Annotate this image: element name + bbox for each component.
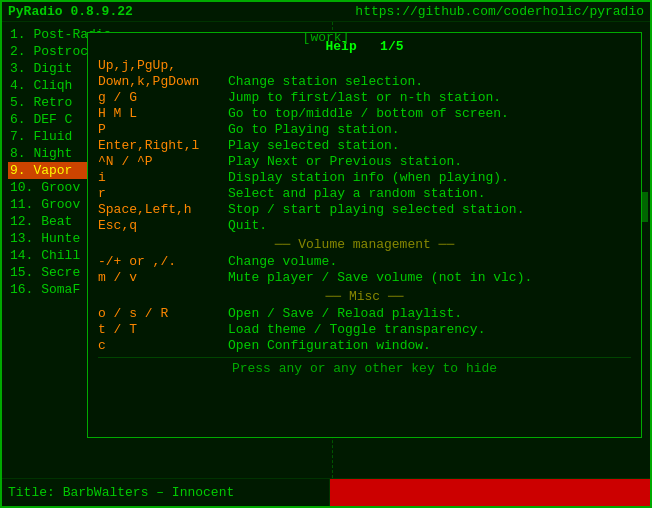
status-label: Title:	[8, 485, 55, 500]
misc-rows: o / s / ROpen / Save / Reload playlist.t…	[98, 306, 631, 353]
app-window: PyRadio 0.8.9.22 https://github.com/code…	[0, 0, 652, 508]
help-rows: Up,j,PgUp,Down,k,PgDownChange station se…	[98, 58, 631, 233]
help-key: t / T	[98, 322, 228, 337]
help-row: Down,k,PgDownChange station selection.	[98, 74, 631, 89]
help-desc: Play selected station.	[228, 138, 631, 153]
help-desc: Go to top/middle / bottom of screen.	[228, 106, 631, 121]
help-row: rSelect and play a random station.	[98, 186, 631, 201]
help-key: -/+ or ,/.	[98, 254, 228, 269]
help-row: iDisplay station info (when playing).	[98, 170, 631, 185]
help-desc: Stop / start playing selected station.	[228, 202, 631, 217]
help-title: Help 1/5	[98, 39, 631, 54]
help-key: H M L	[98, 106, 228, 121]
help-key: Down,k,PgDown	[98, 74, 228, 89]
misc-row: cOpen Configuration window.	[98, 338, 631, 353]
help-key: m / v	[98, 270, 228, 285]
help-desc: Open Configuration window.	[228, 338, 631, 353]
help-row: ^N / ^PPlay Next or Previous station.	[98, 154, 631, 169]
help-desc: Select and play a random station.	[228, 186, 631, 201]
main-area: 1. Post-Radio2. Postrocks.me3. Digit4. C…	[2, 22, 650, 478]
help-desc	[228, 58, 631, 73]
help-key: c	[98, 338, 228, 353]
help-key: i	[98, 170, 228, 185]
help-row: Up,j,PgUp,	[98, 58, 631, 73]
help-desc: Play Next or Previous station.	[228, 154, 631, 169]
help-key: ^N / ^P	[98, 154, 228, 169]
help-desc: Load theme / Toggle transparency.	[228, 322, 631, 337]
misc-section-title: Misc	[98, 289, 631, 304]
help-row: Enter,Right,lPlay selected station.	[98, 138, 631, 153]
help-page: 1/5	[380, 39, 403, 54]
help-desc: Change volume.	[228, 254, 631, 269]
work-indicator: [work]	[303, 30, 350, 45]
volume-row: m / vMute player / Save volume (not in v…	[98, 270, 631, 285]
help-row: Esc,qQuit.	[98, 218, 631, 233]
help-key: Enter,Right,l	[98, 138, 228, 153]
help-overlay: Help 1/5 Up,j,PgUp,Down,k,PgDownChange s…	[87, 32, 642, 438]
help-key: Esc,q	[98, 218, 228, 233]
help-desc: Change station selection.	[228, 74, 631, 89]
help-footer: Press any or any other key to hide	[98, 357, 631, 376]
app-url: https://github.com/coderholic/pyradio	[355, 4, 644, 19]
status-bar: Title: BarbWalters – Innocent	[2, 478, 650, 506]
help-desc: Open / Save / Reload playlist.	[228, 306, 631, 321]
volume-section-title: Volume management	[98, 237, 631, 252]
help-desc: Jump to first/last or n-th station.	[228, 90, 631, 105]
volume-row: -/+ or ,/.Change volume.	[98, 254, 631, 269]
status-right	[330, 479, 650, 506]
help-key: P	[98, 122, 228, 137]
help-key: Up,j,PgUp,	[98, 58, 228, 73]
misc-row: o / s / ROpen / Save / Reload playlist.	[98, 306, 631, 321]
status-track: BarbWalters – Innocent	[63, 485, 235, 500]
help-desc: Mute player / Save volume (not in vlc).	[228, 270, 631, 285]
help-key: r	[98, 186, 228, 201]
app-title: PyRadio 0.8.9.22	[8, 4, 133, 19]
help-desc: Display station info (when playing).	[228, 170, 631, 185]
help-row: PGo to Playing station.	[98, 122, 631, 137]
help-key: g / G	[98, 90, 228, 105]
status-left: Title: BarbWalters – Innocent	[2, 479, 330, 506]
help-row: H M LGo to top/middle / bottom of screen…	[98, 106, 631, 121]
volume-rows: -/+ or ,/.Change volume.m / vMute player…	[98, 254, 631, 285]
header: PyRadio 0.8.9.22 https://github.com/code…	[2, 2, 650, 22]
help-desc: Go to Playing station.	[228, 122, 631, 137]
help-key: Space,Left,h	[98, 202, 228, 217]
help-desc: Quit.	[228, 218, 631, 233]
help-row: Space,Left,hStop / start playing selecte…	[98, 202, 631, 217]
misc-row: t / TLoad theme / Toggle transparency.	[98, 322, 631, 337]
help-row: g / GJump to first/last or n-th station.	[98, 90, 631, 105]
help-key: o / s / R	[98, 306, 228, 321]
